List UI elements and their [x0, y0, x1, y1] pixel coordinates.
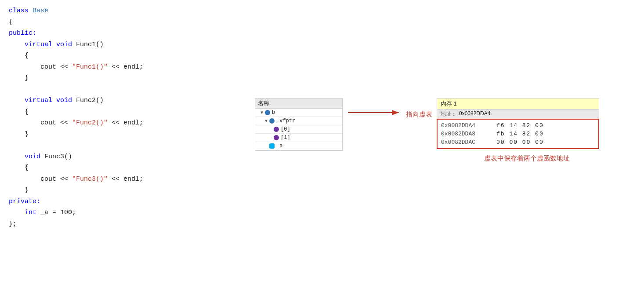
code-token: cout << — [9, 175, 72, 183]
mem-bytes-0: f6 14 82 00 — [496, 122, 544, 129]
mem-addr-1: 0x0082DDA8 — [441, 131, 489, 137]
code-token: Func1() — [72, 41, 104, 48]
code-line: cout << "Func2()" << endl; — [9, 117, 246, 129]
code-line: public: — [9, 28, 246, 39]
code-token: Base — [33, 7, 48, 15]
memory-addr-val: 0x0082DDA4 — [459, 110, 490, 118]
code-token — [52, 41, 56, 48]
main-container: class Base{public: virtual void Func1() … — [0, 0, 644, 281]
vtable-note: 虚表中保存着两个虚函数地址 — [437, 154, 599, 163]
watch-header: 名称 — [255, 99, 342, 109]
label-b: b — [272, 109, 275, 116]
memory-row-1: 0x0082DDA8 fb 14 82 00 — [441, 130, 595, 138]
label-a: _a — [276, 143, 282, 149]
code-token: { — [9, 164, 29, 172]
mem-bytes-1: fb 14 82 00 — [496, 131, 544, 137]
code-line: { — [9, 17, 246, 28]
tree-arrow-0 — [269, 127, 272, 132]
code-token: << endl; — [108, 119, 143, 127]
panels-row: 名称 ▼ b ▼ _vfptr [0] — [255, 98, 644, 163]
code-token: "Func2()" — [72, 119, 108, 127]
code-token: cout << — [9, 119, 72, 127]
label-vfptr: _vfptr — [276, 118, 295, 124]
memory-row-0: 0x0082DDA4 f6 14 82 00 — [441, 121, 595, 130]
code-token: } — [9, 131, 29, 138]
memory-panel: 内存 1 地址： 0x0082DDA4 0x0082DDA4 f6 14 82 … — [437, 98, 599, 163]
code-line — [9, 84, 246, 95]
code-line: void Func3() — [9, 151, 246, 163]
code-line: cout << "Func1()" << endl; — [9, 62, 246, 73]
tree-arrow-b: ▼ — [260, 110, 263, 115]
code-token: void — [56, 41, 72, 48]
code-line: private: — [9, 196, 246, 208]
code-line: virtual void Func2() — [9, 95, 246, 106]
mem-addr-0: 0x0082DDA4 — [441, 122, 489, 129]
tree-arrow-1 — [269, 135, 272, 140]
tree-arrow-a — [265, 144, 268, 149]
right-area: 名称 ▼ b ▼ _vfptr [0] — [255, 4, 644, 277]
code-line: }; — [9, 219, 246, 230]
icon-1 — [274, 135, 279, 140]
code-line: int _a = 100; — [9, 207, 246, 219]
mem-addr-2: 0x0082DDAC — [441, 139, 489, 146]
code-token: } — [9, 186, 29, 194]
code-token: { — [9, 18, 13, 26]
watch-row-b: ▼ b — [255, 109, 342, 117]
memory-addr-row: 地址： 0x0082DDA4 — [437, 109, 599, 119]
code-token — [9, 97, 25, 104]
code-token — [9, 41, 25, 48]
code-token: }; — [9, 220, 17, 228]
arrow-svg — [347, 106, 404, 119]
code-token: int — [25, 209, 36, 216]
code-line: { — [9, 162, 246, 174]
watch-row-a: _a — [255, 142, 342, 150]
icon-vfptr — [269, 118, 275, 124]
code-token: void — [56, 97, 72, 104]
code-line: class Base — [9, 5, 246, 17]
arrow-label: 指向虚表 — [404, 107, 432, 119]
code-token: { — [9, 52, 29, 59]
code-line — [9, 140, 246, 151]
code-token: } — [9, 74, 29, 82]
memory-title: 内存 1 — [437, 98, 599, 109]
icon-a — [269, 143, 275, 149]
icon-b — [265, 110, 270, 115]
watch-row-1: [1] — [255, 134, 342, 142]
code-token: virtual — [25, 97, 52, 104]
code-token: virtual — [25, 41, 52, 48]
memory-data-box: 0x0082DDA4 f6 14 82 00 0x0082DDA8 fb 14 … — [437, 119, 599, 149]
code-line: } — [9, 73, 246, 84]
code-token: { — [9, 108, 29, 116]
code-token: class — [9, 7, 33, 15]
code-token — [52, 97, 56, 104]
code-token: Func3() — [40, 153, 72, 161]
code-token: private: — [9, 198, 40, 205]
label-0: [0] — [281, 126, 290, 132]
icon-0 — [274, 127, 279, 132]
code-line: } — [9, 185, 246, 196]
code-token: Func2() — [72, 97, 104, 104]
code-line: cout << "Func3()" << endl; — [9, 174, 246, 185]
code-token: "Func1()" — [72, 63, 108, 71]
code-token: cout << — [9, 63, 72, 71]
code-line: virtual void Func1() — [9, 39, 246, 51]
tree-arrow-vfptr: ▼ — [265, 119, 268, 124]
watch-row-vfptr: ▼ _vfptr — [255, 117, 342, 125]
label-1: [1] — [281, 135, 290, 141]
code-token: << endl; — [108, 175, 143, 183]
code-line: } — [9, 129, 246, 140]
code-token: << endl; — [108, 63, 143, 71]
code-token: "Func3()" — [72, 175, 108, 183]
watch-table: 名称 ▼ b ▼ _vfptr [0] — [255, 98, 343, 151]
arrow-annotation: 指向虚表 — [347, 98, 432, 119]
memory-addr-label: 地址： — [441, 110, 456, 118]
debugger-panel: 名称 ▼ b ▼ _vfptr [0] — [255, 98, 347, 151]
mem-bytes-2: 00 00 00 00 — [496, 139, 544, 146]
code-token — [9, 209, 25, 216]
code-line: { — [9, 50, 246, 62]
code-token: public: — [9, 29, 36, 37]
code-line: { — [9, 106, 246, 118]
code-token: void — [25, 153, 40, 161]
code-panel: class Base{public: virtual void Func1() … — [0, 4, 255, 277]
code-token: _a = 100; — [36, 209, 76, 216]
